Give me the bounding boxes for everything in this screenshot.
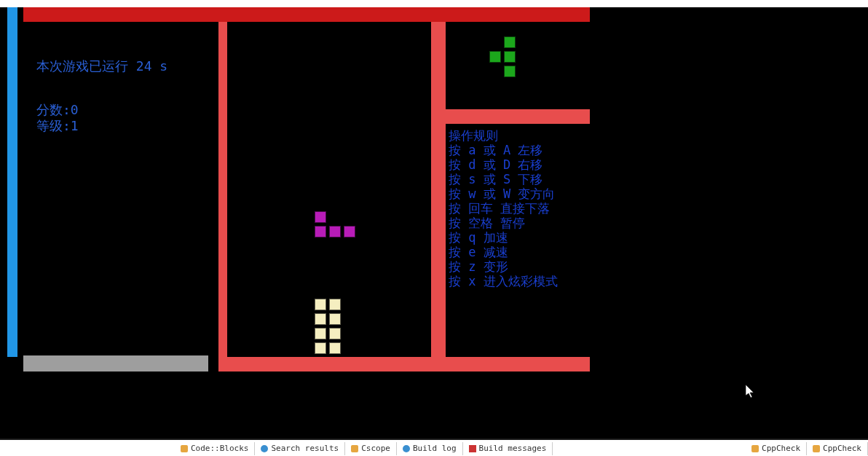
taskbar-item-label: Cscope bbox=[361, 444, 390, 453]
taskbar-item-label: Code::Blocks bbox=[191, 444, 248, 453]
stack-block bbox=[329, 342, 341, 354]
falling-block bbox=[315, 226, 326, 237]
ide-taskbar: Code::BlocksSearch resultsCscopeBuild lo… bbox=[0, 441, 868, 456]
runtime-label: 本次游戏已运行 24 s bbox=[36, 58, 195, 74]
stack-block bbox=[329, 313, 341, 325]
window-left-accent bbox=[7, 7, 17, 357]
stack-block bbox=[315, 328, 326, 339]
rules-line: 按 x 进入炫彩模式 bbox=[449, 274, 588, 288]
taskbar-item-label: Build log bbox=[413, 444, 457, 453]
taskbar-item[interactable]: CppCheck bbox=[746, 442, 807, 455]
rules-line: 按 w 或 W 变方向 bbox=[449, 186, 588, 201]
taskbar-item[interactable]: Code::Blocks bbox=[175, 442, 255, 455]
rules-title: 操作规则 bbox=[449, 128, 588, 143]
orange-dot-icon bbox=[181, 445, 188, 452]
stack-block bbox=[315, 299, 326, 310]
next-piece-preview bbox=[446, 22, 591, 109]
taskbar-item[interactable]: Cscope bbox=[345, 442, 397, 455]
taskbar-item[interactable]: Build messages bbox=[463, 442, 553, 455]
game-header-strip bbox=[23, 7, 590, 22]
rules-line: 按 s 或 S 下移 bbox=[449, 172, 588, 186]
preview-block bbox=[504, 66, 516, 77]
blue-dot-icon bbox=[261, 445, 268, 452]
stack-block bbox=[329, 328, 341, 339]
falling-block bbox=[315, 211, 326, 223]
stack-block bbox=[329, 299, 341, 310]
red-dot-icon bbox=[469, 445, 476, 452]
rules-panel: 操作规则 按 a 或 A 左移按 d 或 D 右移按 s 或 S 下移按 w 或… bbox=[446, 124, 591, 357]
scroll-placeholder bbox=[23, 355, 208, 372]
info-panel: 本次游戏已运行 24 s 分数:0 等级:1 bbox=[23, 22, 208, 355]
taskbar-item-label: CppCheck bbox=[823, 444, 861, 453]
stack-block bbox=[315, 313, 326, 325]
falling-block bbox=[329, 226, 341, 237]
taskbar-item[interactable]: Search results bbox=[255, 442, 345, 455]
preview-block bbox=[504, 51, 516, 63]
rules-line: 按 d 或 D 右移 bbox=[449, 157, 588, 172]
rules-line: 按 空格 暂停 bbox=[449, 216, 588, 230]
window-top-border bbox=[0, 0, 868, 7]
game-frame: 操作规则 按 a 或 A 左移按 d 或 D 右移按 s 或 S 下移按 w 或… bbox=[218, 22, 590, 372]
rules-line: 按 e 减速 bbox=[449, 245, 588, 259]
preview-block bbox=[504, 36, 516, 48]
orange-dot-icon bbox=[351, 445, 358, 452]
score-label: 分数:0 bbox=[36, 102, 195, 118]
stack-block bbox=[315, 342, 326, 354]
rules-line: 按 回车 直接下落 bbox=[449, 201, 588, 216]
rules-line: 按 q 加速 bbox=[449, 230, 588, 245]
level-label: 等级:1 bbox=[36, 118, 195, 134]
blue-dot-icon bbox=[403, 445, 410, 452]
taskbar-item[interactable]: CppCheck bbox=[807, 442, 868, 455]
rules-line: 按 z 变形 bbox=[449, 259, 588, 274]
play-board[interactable] bbox=[227, 22, 431, 357]
taskbar-item-label: CppCheck bbox=[762, 444, 800, 453]
preview-block bbox=[489, 51, 501, 63]
falling-block bbox=[344, 226, 355, 237]
taskbar-item-label: Search results bbox=[271, 444, 339, 453]
orange-dot-icon bbox=[751, 445, 759, 452]
rules-line: 按 a 或 A 左移 bbox=[449, 143, 588, 157]
orange-dot-icon bbox=[813, 445, 820, 452]
taskbar-item-label: Build messages bbox=[479, 444, 547, 453]
taskbar-item[interactable]: Build log bbox=[397, 442, 463, 455]
